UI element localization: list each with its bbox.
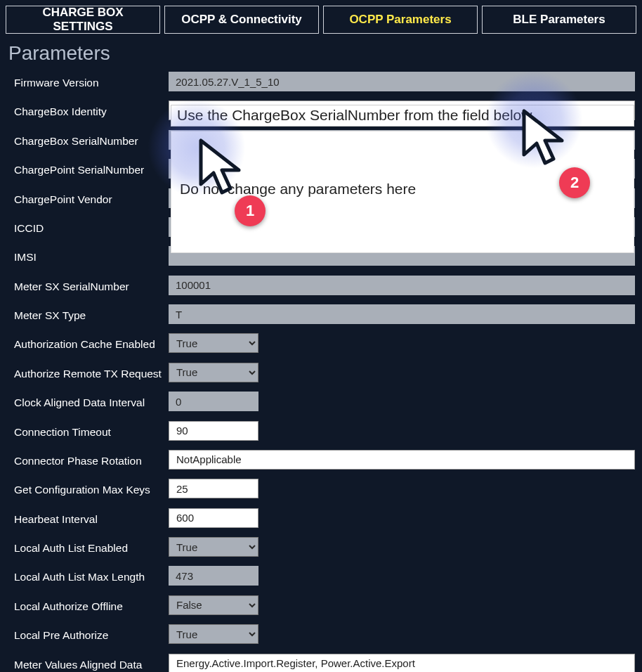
label-heartbeat: Hearbeat Interval <box>8 508 169 530</box>
field-meter-sx-serial <box>169 276 635 295</box>
label-clock-aligned: Clock Aligned Data Interval <box>8 392 169 413</box>
label-chargepoint-serial: ChargePoint SerialNumber <box>8 159 169 181</box>
field-clock-aligned <box>169 392 258 411</box>
select-auth-remote-tx[interactable]: True False <box>169 363 258 382</box>
field-meter-sx-type <box>169 304 635 324</box>
select-local-auth-offline[interactable]: True False <box>169 595 258 615</box>
label-auth-remote-tx: Authorize Remote TX Request <box>8 363 169 385</box>
tab-ocpp-connectivity[interactable]: OCPP & Connectivity <box>164 6 319 34</box>
page-title: Parameters <box>0 34 642 69</box>
field-conn-timeout[interactable] <box>169 421 258 441</box>
tab-ble-parameters[interactable]: BLE Parameters <box>482 6 636 34</box>
annotation-identity-hint: Use the ChargeBox SerialNumber from the … <box>171 105 634 127</box>
label-conn-timeout: Connection Timeout <box>8 421 169 443</box>
label-meter-sx-serial: Meter SX SerialNumber <box>8 276 169 297</box>
field-get-cfg-max[interactable] <box>169 479 258 498</box>
label-firmware-version: Firmware Version <box>8 72 169 93</box>
label-meter-values-aligned: Meter Values Aligned Data <box>8 654 169 673</box>
field-meter-values-aligned[interactable] <box>169 654 635 673</box>
tab-ocpp-parameters[interactable]: OCPP Parameters <box>323 6 478 34</box>
select-local-auth-enabled[interactable]: True False <box>169 537 258 557</box>
select-local-pre-auth[interactable]: True False <box>169 624 258 644</box>
field-heartbeat[interactable] <box>169 508 258 528</box>
field-local-auth-max <box>169 566 258 586</box>
label-chargepoint-vendor: ChargePoint Vendor <box>8 188 169 210</box>
field-firmware-version <box>169 72 635 91</box>
tab-bar: CHARGE BOX SETTINGS OCPP & Connectivity … <box>0 0 642 34</box>
tab-charge-box-settings[interactable]: CHARGE BOX SETTINGS <box>6 6 160 34</box>
label-iccid: ICCID <box>8 217 169 239</box>
label-get-cfg-max: Get Configuration Max Keys <box>8 479 169 500</box>
label-chargebox-serial: ChargeBox SerialNumber <box>8 130 169 152</box>
label-local-pre-auth: Local Pre Authorize <box>8 624 169 646</box>
label-auth-cache-enabled: Authorization Cache Enabled <box>8 333 169 355</box>
annotation-badge-2: 2 <box>559 167 590 198</box>
label-local-auth-enabled: Local Auth List Enabled <box>8 537 169 559</box>
label-local-auth-offline: Local Authorize Offline <box>8 595 169 617</box>
field-conn-phase-rot[interactable] <box>169 450 635 470</box>
select-auth-cache-enabled[interactable]: True False <box>169 333 258 353</box>
label-meter-sx-type: Meter SX Type <box>8 304 169 326</box>
label-imsi: IMSI <box>8 246 169 268</box>
annotation-badge-1: 1 <box>235 195 266 226</box>
label-conn-phase-rot: Connector Phase Rotation <box>8 450 169 472</box>
annotation-warning-text: Do not change any parameters here <box>180 181 416 197</box>
label-chargebox-identity: ChargeBox Identity <box>8 101 169 122</box>
label-local-auth-max: Local Auth List Max Length <box>8 566 169 588</box>
